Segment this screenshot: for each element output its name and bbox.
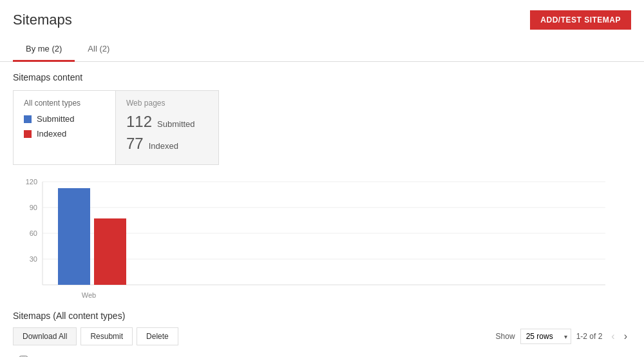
legend-submitted-label: Submitted [37,114,75,124]
pagination-buttons: ‹ › [607,329,631,343]
download-all-button[interactable]: Download All [13,327,77,345]
tab-all[interactable]: All (2) [75,37,122,62]
col-header-indexed: Indexed [580,351,631,357]
indexed-stat-label: Indexed [149,141,178,151]
col-header-sitemap[interactable]: Sitemap [53,351,312,357]
col-header-num: # [34,351,53,357]
svg-text:90: 90 [30,204,37,211]
svg-text:60: 60 [30,229,37,237]
prev-page-button[interactable]: ‹ [607,329,618,343]
resubmit-button[interactable]: Resubmit [80,327,133,345]
tabs: By me (2) All (2) [13,37,631,61]
delete-button[interactable]: Delete [137,327,178,345]
sitemaps-content-title: Sitemaps content [13,72,631,82]
svg-text:Web: Web [82,291,96,299]
rows-select-wrapper[interactable]: 10 rows 25 rows 50 rows 100 rows [520,329,571,344]
content-type-heading: All content types [24,99,105,108]
toolbar-right: Show 10 rows 25 rows 50 rows 100 rows 1-… [496,329,631,344]
indexed-stat: 77 Indexed [126,135,208,153]
rows-select[interactable]: 10 rows 25 rows 50 rows 100 rows [520,329,571,344]
col-header-type: Type [312,351,363,357]
submitted-stat: 112 Submitted [126,113,208,131]
submitted-bar [58,188,90,285]
content-type-header: Web pages [126,99,208,108]
tab-by-me[interactable]: By me (2) [13,37,75,62]
content-types-wrapper: All content types Submitted Indexed Web … [13,90,631,165]
svg-text:30: 30 [30,255,37,263]
col-header-submitted: Submitted [518,351,580,357]
col-header-issues: Issues [433,351,478,357]
col-header-checkbox [13,351,34,357]
indexed-number: 77 [126,135,144,153]
table-section-title: Sitemaps (All content types) [13,311,631,321]
indexed-bar [94,218,126,285]
legend-indexed: Indexed [24,129,105,139]
indexed-color-dot [24,130,32,138]
svg-text:120: 120 [26,178,37,186]
table-header-row: # Sitemap Type Processed Issues Items Su… [13,351,631,357]
table-toolbar: Download All Resubmit Delete Show 10 row… [13,327,631,345]
add-test-sitemap-button[interactable]: ADD/TEST SITEMAP [530,10,631,30]
content-types-left: All content types Submitted Indexed [13,90,116,165]
chart-area: 120 90 60 30 Web [13,175,631,304]
submitted-number: 112 [126,113,152,131]
content-types-right: Web pages 112 Submitted 77 Indexed [116,90,219,165]
legend-indexed-label: Indexed [37,129,66,139]
submitted-stat-label: Submitted [157,119,195,129]
main-content: Sitemaps content All content types Submi… [0,62,644,357]
col-header-processed: Processed [362,351,433,357]
tabs-container: By me (2) All (2) [0,37,644,62]
sitemaps-table: # Sitemap Type Processed Issues Items Su… [13,351,631,357]
show-label: Show [496,332,515,341]
bar-chart: 120 90 60 30 Web [13,175,631,304]
col-header-items: Items [478,351,518,357]
submitted-color-dot [24,115,32,123]
toolbar-left: Download All Resubmit Delete [13,327,178,345]
next-page-button[interactable]: › [620,329,631,343]
page-header: Sitemaps ADD/TEST SITEMAP [0,0,644,37]
legend-submitted: Submitted [24,114,105,124]
page-title: Sitemaps [13,12,72,28]
pagination-info: 1-2 of 2 [576,332,603,341]
